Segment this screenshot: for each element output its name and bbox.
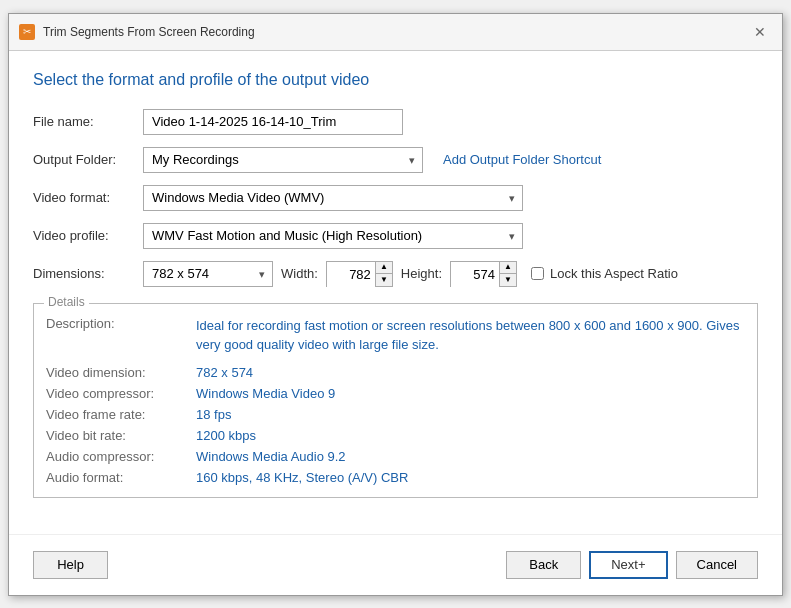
height-spinbox: ▲ ▼ [450,261,517,287]
close-button[interactable]: ✕ [748,20,772,44]
description-text: Ideal for recording fast motion or scree… [196,316,745,355]
detail-value: 1200 kbps [196,428,745,443]
dimensions-label: Dimensions: [33,266,143,281]
output-folder-row: Output Folder: My Recordings Add Output … [33,147,758,173]
lock-ratio-text: Lock this Aspect Ratio [550,266,678,281]
description-label: Description: [46,316,196,355]
video-profile-row: Video profile: WMV Fast Motion and Music… [33,223,758,249]
width-spinbox: ▲ ▼ [326,261,393,287]
width-decrement-button[interactable]: ▼ [376,273,392,286]
cancel-button[interactable]: Cancel [676,551,758,579]
title-bar: ✂ Trim Segments From Screen Recording ✕ [9,14,782,51]
main-content: Select the format and profile of the out… [9,51,782,518]
video-format-select[interactable]: Windows Media Video (WMV) [143,185,523,211]
height-input[interactable] [451,262,499,288]
detail-value: Windows Media Audio 9.2 [196,449,745,464]
file-name-input[interactable] [143,109,403,135]
video-profile-label: Video profile: [33,228,143,243]
detail-key: Video frame rate: [46,407,196,422]
main-window: ✂ Trim Segments From Screen Recording ✕ … [8,13,783,596]
detail-key: Video dimension: [46,365,196,380]
file-name-row: File name: [33,109,758,135]
detail-key: Audio format: [46,470,196,485]
window-title: Trim Segments From Screen Recording [43,25,255,39]
details-header: Details [44,295,89,309]
video-profile-select[interactable]: WMV Fast Motion and Music (High Resoluti… [143,223,523,249]
dimensions-select[interactable]: 782 x 574 [143,261,273,287]
height-label: Height: [401,266,442,281]
detail-key: Audio compressor: [46,449,196,464]
output-folder-label: Output Folder: [33,152,143,167]
width-input[interactable] [327,262,375,288]
app-icon: ✂ [19,24,35,40]
lock-ratio-label[interactable]: Lock this Aspect Ratio [531,266,678,281]
detail-key: Video compressor: [46,386,196,401]
next-button[interactable]: Next+ [589,551,667,579]
detail-value: Windows Media Video 9 [196,386,745,401]
help-button[interactable]: Help [33,551,108,579]
details-section: Details Description: Ideal for recording… [33,303,758,498]
button-bar: Help Back Next+ Cancel [9,534,782,595]
file-name-label: File name: [33,114,143,129]
detail-key: Video bit rate: [46,428,196,443]
width-label: Width: [281,266,318,281]
page-heading: Select the format and profile of the out… [33,71,758,89]
description-row: Description: Ideal for recording fast mo… [46,316,745,355]
back-button[interactable]: Back [506,551,581,579]
width-increment-button[interactable]: ▲ [376,262,392,274]
video-format-row: Video format: Windows Media Video (WMV) [33,185,758,211]
height-decrement-button[interactable]: ▼ [500,273,516,286]
output-folder-select[interactable]: My Recordings [143,147,423,173]
detail-value: 18 fps [196,407,745,422]
dimensions-row: Dimensions: 782 x 574 Width: ▲ ▼ [33,261,758,287]
detail-value: 160 kbps, 48 KHz, Stereo (A/V) CBR [196,470,745,485]
lock-ratio-checkbox[interactable] [531,267,544,280]
detail-value: 782 x 574 [196,365,745,380]
height-increment-button[interactable]: ▲ [500,262,516,274]
video-format-label: Video format: [33,190,143,205]
add-folder-link[interactable]: Add Output Folder Shortcut [443,152,601,167]
details-grid: Video dimension:782 x 574Video compresso… [46,365,745,485]
